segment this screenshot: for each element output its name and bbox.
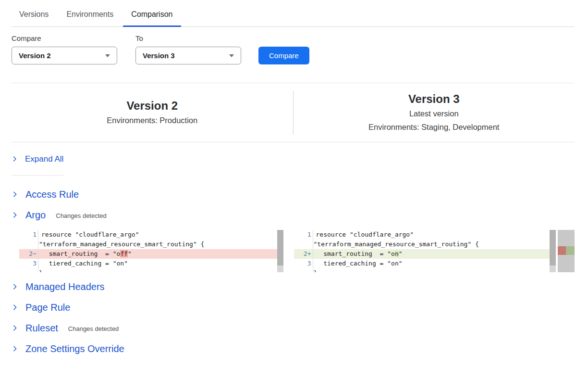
diff-row: } bbox=[294, 268, 556, 272]
compare-field: Compare Version 2 bbox=[12, 34, 117, 64]
diff-row: 3 tiered_caching = "on" bbox=[294, 259, 556, 268]
removed-inline-highlight: ff bbox=[120, 250, 128, 257]
version-left-environments: Environments: Production bbox=[107, 114, 197, 126]
version-left-header: Version 2 Environments: Production bbox=[12, 83, 293, 142]
compare-to-select[interactable]: Version 3 bbox=[135, 47, 241, 64]
tab-bar: Versions Environments Comparison bbox=[12, 0, 575, 27]
section-label: Managed Headers bbox=[25, 281, 105, 292]
chevron-right-icon bbox=[12, 345, 18, 352]
page: Versions Environments Comparison Compare… bbox=[12, 0, 575, 354]
section-argo[interactable]: Argo Changes detected bbox=[12, 209, 107, 221]
diff-row-added: 2+ smart_routing = "on" bbox=[294, 249, 556, 259]
chevron-right-icon bbox=[12, 191, 18, 198]
version-headers: Version 2 Environments: Production Versi… bbox=[12, 83, 575, 142]
right-panel-scrollbar[interactable] bbox=[550, 230, 556, 272]
compare-to-value: Version 3 bbox=[143, 51, 175, 60]
expand-all-button[interactable]: Expand All bbox=[12, 142, 63, 176]
section-managed-headers[interactable]: Managed Headers bbox=[12, 281, 105, 292]
minimap-removed-mark bbox=[558, 246, 566, 255]
left-panel-scrollbar[interactable] bbox=[277, 230, 283, 272]
compare-button[interactable]: Compare bbox=[258, 47, 309, 64]
diff-minimap[interactable] bbox=[558, 230, 575, 272]
scrollbar-thumb[interactable] bbox=[277, 230, 283, 265]
to-field: To Version 3 bbox=[135, 34, 241, 64]
diff-right-panel: 1 resource "cloudflare_argo" "terraform_… bbox=[294, 230, 556, 272]
version-right-title: Version 3 bbox=[408, 92, 460, 106]
to-label: To bbox=[135, 34, 241, 43]
version-right-environments: Environments: Staging, Development bbox=[368, 121, 499, 133]
caret-down-icon bbox=[229, 54, 234, 57]
scrollbar-thumb[interactable] bbox=[550, 230, 556, 265]
compare-from-select[interactable]: Version 2 bbox=[12, 47, 117, 64]
compare-form: Compare Version 2 To Version 3 Compare bbox=[12, 34, 575, 64]
section-label: Access Rule bbox=[25, 189, 79, 200]
version-left-title: Version 2 bbox=[126, 99, 178, 113]
changes-detected-badge: Changes detected bbox=[56, 211, 107, 219]
diff-row: 1 resource "cloudflare_argo" bbox=[19, 230, 283, 240]
version-right-header: Version 3 Latest version Environments: S… bbox=[294, 83, 575, 142]
diff-row-removed: 2− smart_routing = "off" bbox=[19, 249, 283, 259]
section-label: Page Rule bbox=[25, 302, 70, 313]
section-ruleset[interactable]: Ruleset Changes detected bbox=[12, 322, 119, 334]
added-inline-highlight: n bbox=[395, 250, 399, 257]
diff-row-wrap: "terraform_managed_resource_smart_routin… bbox=[19, 240, 283, 249]
tab-comparison[interactable]: Comparison bbox=[131, 10, 172, 26]
section-label: Ruleset bbox=[25, 322, 58, 334]
diff-row-wrap: "terraform_managed_resource_smart_routin… bbox=[294, 240, 556, 249]
chevron-right-icon bbox=[12, 156, 18, 162]
chevron-right-icon bbox=[12, 283, 18, 290]
section-label: Zone Settings Override bbox=[25, 343, 124, 354]
version-right-latest: Latest version bbox=[409, 107, 459, 120]
diff-row: } bbox=[19, 268, 283, 272]
section-page-rule[interactable]: Page Rule bbox=[12, 302, 70, 313]
tab-versions[interactable]: Versions bbox=[19, 10, 49, 26]
argo-diff-viewer: 1 resource "cloudflare_argo" "terraform_… bbox=[19, 230, 575, 272]
section-label: Argo bbox=[25, 209, 46, 221]
minimap-added-mark bbox=[566, 246, 575, 255]
compare-from-value: Version 2 bbox=[19, 51, 51, 60]
caret-down-icon bbox=[105, 54, 110, 57]
diff-row: 3 tiered_caching = "on" bbox=[19, 259, 283, 268]
changes-detected-badge: Changes detected bbox=[68, 324, 119, 332]
tab-environments[interactable]: Environments bbox=[66, 10, 113, 26]
chevron-right-icon bbox=[12, 212, 18, 218]
compare-label: Compare bbox=[12, 34, 117, 43]
section-access-rule[interactable]: Access Rule bbox=[12, 189, 79, 200]
chevron-right-icon bbox=[12, 304, 18, 311]
diff-left-panel: 1 resource "cloudflare_argo" "terraform_… bbox=[19, 230, 283, 272]
chevron-right-icon bbox=[12, 325, 18, 331]
section-zone-settings-override[interactable]: Zone Settings Override bbox=[12, 343, 124, 354]
diff-row: 1 resource "cloudflare_argo" bbox=[294, 230, 556, 240]
expand-all-label: Expand All bbox=[25, 154, 63, 164]
